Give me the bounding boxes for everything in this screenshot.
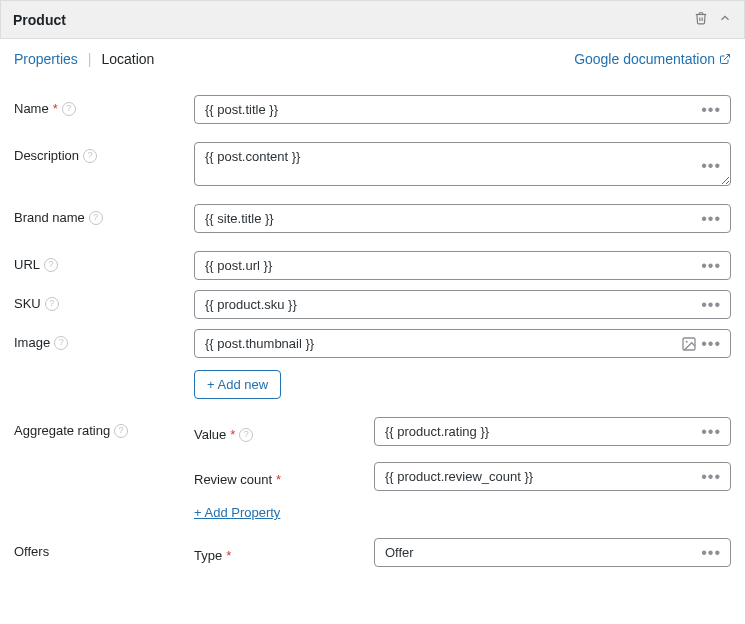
label-description: Description ? — [14, 142, 194, 163]
tags-menu-icon[interactable]: ••• — [697, 100, 725, 120]
row-name: Name* ? ••• — [14, 95, 731, 124]
label-review-count-text: Review count — [194, 472, 272, 487]
form: Name* ? ••• Description ? {{ post.conten… — [0, 71, 745, 587]
help-icon[interactable]: ? — [83, 149, 97, 163]
label-image: Image ? — [14, 329, 194, 350]
label-offers-text: Offers — [14, 544, 49, 559]
panel-header: Product — [0, 0, 745, 39]
row-review-count: Review count* ••• — [194, 462, 731, 491]
input-brand-name-wrap: ••• — [194, 204, 731, 233]
svg-point-2 — [686, 340, 688, 342]
add-new-image-button[interactable]: + Add new — [194, 370, 281, 399]
help-icon[interactable]: ? — [239, 428, 253, 442]
label-review-count: Review count* — [194, 462, 374, 491]
input-sku-wrap: ••• — [194, 290, 731, 319]
label-name-text: Name — [14, 101, 49, 116]
sku-input[interactable] — [194, 290, 731, 319]
row-brand-name: Brand name ? ••• — [14, 204, 731, 233]
label-brand-name-text: Brand name — [14, 210, 85, 225]
help-icon[interactable]: ? — [44, 258, 58, 272]
offer-type-input[interactable] — [374, 538, 731, 567]
label-image-text: Image — [14, 335, 50, 350]
label-aggregate-rating-text: Aggregate rating — [14, 423, 110, 438]
tab-properties[interactable]: Properties — [14, 51, 78, 67]
label-offer-type-text: Type — [194, 548, 222, 563]
rating-value-input[interactable] — [374, 417, 731, 446]
tags-menu-icon[interactable]: ••• — [697, 209, 725, 229]
required-marker: * — [53, 101, 58, 116]
row-description: Description ? {{ post.content }} ••• — [14, 142, 731, 186]
google-documentation-link[interactable]: Google documentation — [574, 51, 731, 67]
row-offer-type: Type* ••• — [194, 538, 731, 567]
review-count-input[interactable] — [374, 462, 731, 491]
input-offer-type-wrap: ••• — [374, 538, 731, 567]
row-sku: SKU ? ••• — [14, 290, 731, 319]
tags-menu-icon[interactable]: ••• — [697, 156, 725, 176]
input-rating-value-wrap: ••• — [374, 417, 731, 446]
row-offers: Offers Type* ••• — [14, 538, 731, 567]
name-input[interactable] — [194, 95, 731, 124]
label-url: URL ? — [14, 251, 194, 272]
required-marker: * — [226, 548, 231, 563]
input-url-wrap: ••• — [194, 251, 731, 280]
label-offers: Offers — [14, 538, 194, 559]
label-rating-value-text: Value — [194, 427, 226, 442]
svg-line-0 — [724, 55, 730, 61]
required-marker: * — [230, 427, 235, 442]
add-property-link[interactable]: + Add Property — [194, 505, 280, 520]
tags-menu-icon[interactable]: ••• — [697, 295, 725, 315]
header-actions — [694, 11, 732, 28]
required-marker: * — [276, 472, 281, 487]
label-name: Name* ? — [14, 95, 194, 116]
input-review-count-wrap: ••• — [374, 462, 731, 491]
label-url-text: URL — [14, 257, 40, 272]
description-input[interactable]: {{ post.content }} — [194, 142, 731, 186]
brand-name-input[interactable] — [194, 204, 731, 233]
input-description-wrap: {{ post.content }} ••• — [194, 142, 731, 186]
help-icon[interactable]: ? — [114, 424, 128, 438]
help-icon[interactable]: ? — [45, 297, 59, 311]
panel-title: Product — [13, 12, 694, 28]
trash-icon[interactable] — [694, 11, 708, 28]
external-link-icon — [719, 53, 731, 65]
collapse-icon[interactable] — [718, 11, 732, 28]
input-name-wrap: ••• — [194, 95, 731, 124]
label-brand-name: Brand name ? — [14, 204, 194, 225]
input-image-wrap: ••• — [194, 329, 731, 358]
tags-menu-icon[interactable]: ••• — [697, 334, 725, 354]
tabs-row: Properties | Location Google documentati… — [0, 39, 745, 71]
help-icon[interactable]: ? — [54, 336, 68, 350]
image-picker-icon[interactable] — [681, 336, 697, 352]
tags-menu-icon[interactable]: ••• — [697, 467, 725, 487]
tabs: Properties | Location — [14, 51, 574, 67]
label-description-text: Description — [14, 148, 79, 163]
row-rating-value: Value* ? ••• — [194, 417, 731, 446]
tags-menu-icon[interactable]: ••• — [697, 543, 725, 563]
tags-menu-icon[interactable]: ••• — [697, 422, 725, 442]
url-input[interactable] — [194, 251, 731, 280]
label-sku: SKU ? — [14, 290, 194, 311]
label-offer-type: Type* — [194, 538, 374, 567]
tab-location[interactable]: Location — [101, 51, 154, 67]
row-aggregate-rating: Aggregate rating ? Value* ? ••• — [14, 417, 731, 520]
google-documentation-label: Google documentation — [574, 51, 715, 67]
label-sku-text: SKU — [14, 296, 41, 311]
tags-menu-icon[interactable]: ••• — [697, 256, 725, 276]
row-url: URL ? ••• — [14, 251, 731, 280]
tab-separator: | — [88, 51, 92, 67]
row-image: Image ? ••• + Add new — [14, 329, 731, 399]
label-aggregate-rating: Aggregate rating ? — [14, 417, 194, 438]
help-icon[interactable]: ? — [62, 102, 76, 116]
image-input[interactable] — [194, 329, 731, 358]
help-icon[interactable]: ? — [89, 211, 103, 225]
label-rating-value: Value* ? — [194, 417, 374, 446]
